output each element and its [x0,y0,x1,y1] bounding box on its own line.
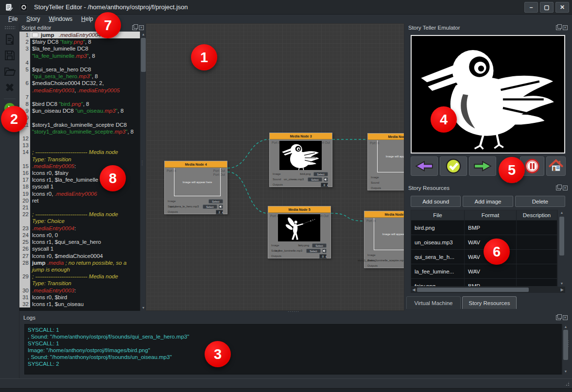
float-panel-icon[interactable] [556,315,561,320]
delete-button[interactable]: Delete [515,196,565,207]
logs-scrollbar[interactable]: ▲ ▼ [562,324,569,375]
float-panel-icon[interactable] [132,25,137,30]
scroll-down-arrow[interactable]: ▼ [559,281,564,286]
scroll-up-arrow[interactable]: ▲ [559,210,564,215]
outputs-spinner[interactable]: 0 [321,183,328,187]
toolbar-grip-handle[interactable] [4,26,15,29]
code-text[interactable]: $la_fee_luminelle DC8 "la_fee_luminelle.… [30,45,140,59]
code-text[interactable]: .mediaEntry0004: [30,225,140,232]
open-button[interactable] [2,65,17,80]
speaker-button[interactable] [219,205,223,209]
media-node[interactable]: Media Node 6Port InImage will appear her… [364,211,404,268]
splitter-handle[interactable]: ··· [140,160,145,166]
close-panel-icon[interactable]: ✕ [139,25,144,30]
scroll-left-arrow[interactable]: ◀ [411,287,416,292]
code-text[interactable]: $fairy DC8 "fairy.png", 8 [30,38,140,45]
code-text[interactable]: ret [30,197,140,204]
menu-item-windows[interactable]: Windows [44,16,77,22]
code-text[interactable]: .mediaEntry0003: [30,287,140,294]
column-header-file[interactable]: File [411,210,465,220]
add-image-button[interactable]: Add image [463,196,513,207]
tab-virtual-machine[interactable]: Virtual Machine [406,296,461,309]
save-button[interactable] [2,49,17,64]
speaker-button[interactable] [322,249,327,253]
table-row[interactable]: la_fee_lumine...WAV [411,264,557,279]
splitter-handle[interactable]: ···· [566,340,571,348]
close-panel-icon[interactable]: ✕ [563,25,568,30]
float-panel-icon[interactable] [556,186,561,190]
code-text[interactable]: $bird DC8 "bird.png", 8 [30,101,140,107]
back-arrow-button[interactable] [411,156,438,176]
media-node[interactable]: Media Node 5Port InPort OutImagefairy.pn… [268,206,331,258]
media-node-title[interactable]: Media Node 2 [368,134,404,140]
code-text[interactable]: $story1_drako_luminelle_sceptre DC8 "sto… [30,121,140,135]
select-button[interactable]: Select [312,243,327,248]
select-button[interactable]: Select [203,205,217,209]
media-node-title[interactable]: Media Node 5 [268,206,330,213]
outputs-spinner[interactable]: 0 [319,254,327,258]
scroll-up-arrow[interactable]: ▲ [563,324,568,329]
close-panel-icon[interactable]: ✕ [563,186,568,190]
code-text[interactable]: syscall 1 [30,245,140,252]
maximize-button[interactable]: ▢ [540,2,554,13]
menu-item-help[interactable]: Help [77,16,98,22]
code-text[interactable]: lcons r0, 0 [30,232,140,239]
menu-item-file[interactable]: File [4,16,22,22]
media-node-title[interactable]: Media Node 6 [364,211,404,218]
tab-story-resources[interactable]: Story Resources [462,296,517,309]
code-text[interactable]: ; ---------------------------- Media nod… [30,273,140,287]
menu-item-story[interactable]: Story [22,16,44,22]
code-text[interactable]: lcons r1, $un_oiseau [30,301,140,307]
scroll-right-arrow[interactable]: ▶ [559,287,565,292]
code-text[interactable]: jump .media ; no return possible, so a j… [30,259,140,273]
select-button[interactable]: Select [306,249,321,253]
table-row[interactable]: fairy.pngBMP [411,279,557,287]
scroll-down-arrow[interactable]: ▼ [141,306,146,310]
code-text[interactable] [30,135,140,142]
select-button[interactable]: Select [208,199,223,204]
delete-button[interactable] [2,81,17,96]
new-file-button[interactable] [2,33,17,48]
code-text[interactable] [30,204,140,211]
resources-hscrollbar[interactable]: ◀ ▶ [411,287,565,293]
media-node-title[interactable]: Media Node 3 [270,133,332,139]
select-button[interactable]: Select [308,177,322,182]
code-text[interactable]: lcons r1, $qui_sera_le_hero [30,239,140,245]
column-header-format[interactable]: Format [465,210,517,220]
scroll-down-arrow[interactable]: ▼ [563,369,568,374]
scrollbar-thumb[interactable] [559,217,564,256]
code-text[interactable] [30,114,140,121]
code-text[interactable]: lcons r0, $bird [30,294,140,301]
media-node-title[interactable]: Media Node 4 [165,161,227,168]
add-sound-button[interactable]: Add sound [411,196,461,207]
code-text[interactable] [30,94,140,101]
code-text[interactable]: $un_oiseau DC8 "un_oiseau.mp3", 8 [30,107,140,114]
splitter-handle[interactable]: ··· [401,160,406,166]
code-text[interactable]: ; ---------------------------- Media nod… [30,149,140,162]
outputs-spinner[interactable]: 2 [216,210,223,214]
forward-arrow-button[interactable] [469,156,496,176]
scrollbar-thumb[interactable] [417,288,529,292]
close-button[interactable]: ✕ [555,2,569,13]
code-text[interactable]: $mediaChoice0004 DC32, 2, .mediaEntry000… [30,80,140,93]
code-text[interactable]: .mediaEntry0005: [30,163,140,170]
minimize-button[interactable]: – [524,2,538,13]
close-panel-icon[interactable]: ✕ [563,315,568,320]
media-node[interactable]: Media Node 4Port InPort OutPort OutImage… [164,161,227,214]
float-panel-icon[interactable] [556,25,561,30]
code-text[interactable]: jump .mediaEntry0004 [30,32,140,38]
speaker-button[interactable] [324,177,328,182]
script-editor-scrollbar[interactable]: ▲ ▼ [140,32,146,311]
table-row[interactable]: bird.pngBMP [411,221,557,235]
media-node[interactable]: Media Node 2Port InImage will appear her… [367,133,404,190]
media-node[interactable]: Media Node 3Port InPort OutImagebird.png… [269,133,332,187]
code-text[interactable]: lcons r0, $mediaChoice0004 [30,253,140,259]
scroll-up-arrow[interactable]: ▲ [141,32,146,37]
column-header-description[interactable]: Description [517,210,557,220]
resize-grip[interactable] [564,380,570,387]
check-button[interactable] [440,156,467,176]
code-text[interactable]: lcons r0, .mediaEntry0006 [30,190,140,197]
resources-vscrollbar[interactable]: ▲ ▼ [557,210,565,287]
splitter-handle[interactable]: ······ [288,309,299,314]
code-text[interactable]: ; ---------------------------- Media nod… [30,211,140,224]
